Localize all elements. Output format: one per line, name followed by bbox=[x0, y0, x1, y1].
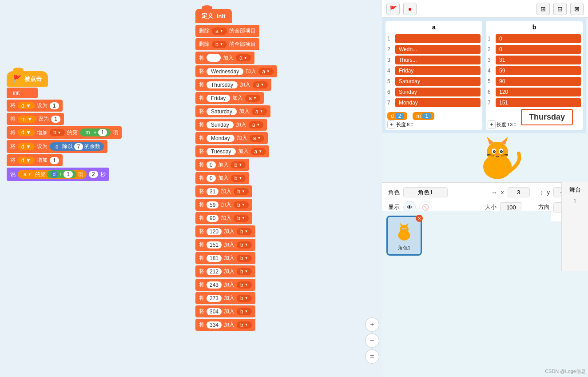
add-friday-block[interactable]: 将 Friday 加入 a bbox=[195, 92, 264, 104]
svg-point-11 bbox=[501, 151, 502, 152]
add-b-block[interactable]: 将 90 加入 b▼ bbox=[195, 212, 373, 224]
var-d-name: d bbox=[391, 113, 394, 119]
add-monday-block[interactable]: 将 Monday 加入 a bbox=[195, 132, 268, 144]
add-b-block[interactable]: 将 243 加入 b▼ bbox=[195, 279, 373, 291]
list-item: 2 Wedn... bbox=[385, 44, 482, 55]
val-tuesday: Tuesday bbox=[207, 148, 236, 155]
add-wednesday-block[interactable]: 将 Wednesday 加入 a bbox=[195, 65, 277, 77]
list-index: 5 bbox=[387, 78, 395, 84]
list-value: Monday bbox=[395, 98, 481, 107]
inc-d-block[interactable]: 将 d ▼ 增加 1 bbox=[7, 154, 63, 166]
x-value-input[interactable] bbox=[508, 187, 530, 197]
add-blank-a[interactable]: 将 加入 a bbox=[195, 52, 254, 64]
add-b-block[interactable]: 将 120 加入 b▼ bbox=[195, 225, 373, 237]
role-row: 角色 ↔ x ↕ y bbox=[388, 187, 576, 197]
add-tuesday-block[interactable]: 将 Tuesday 加入 a bbox=[195, 145, 269, 157]
sprite-delete-btn[interactable]: ✕ bbox=[416, 215, 423, 222]
list-item: 2 0 bbox=[486, 44, 583, 55]
add-b-block[interactable]: 将 31 加入 b▼ bbox=[195, 185, 373, 197]
x-icon: ↔ bbox=[491, 189, 497, 196]
var-d4: d bbox=[53, 143, 61, 150]
list-index: 2 bbox=[488, 46, 496, 52]
list-item: 6 Sunday bbox=[385, 87, 482, 97]
svg-point-8 bbox=[493, 150, 496, 153]
svg-point-25 bbox=[405, 228, 407, 229]
role-name-input[interactable] bbox=[403, 187, 448, 197]
delete-a-block[interactable]: 删除 a 的全部项目 bbox=[195, 25, 259, 37]
add-b-block[interactable]: 将 334 加入 b▼ bbox=[195, 319, 373, 331]
var-d5: d ▼ bbox=[18, 157, 35, 164]
list-b-header: b bbox=[486, 21, 583, 33]
list-index: 4 bbox=[488, 68, 496, 74]
var-m2: m bbox=[83, 129, 92, 136]
list-value: 31 bbox=[496, 56, 581, 64]
add-b-block[interactable]: 将 151 加入 b▼ bbox=[195, 239, 373, 251]
val-saturday: Saturday bbox=[207, 108, 237, 115]
zoom-in-btn[interactable]: + bbox=[365, 317, 379, 332]
list-a-items: 1 2 Wedn... 3 Thurs... 4 Friday 5 Saturd… bbox=[385, 33, 482, 119]
add-b-block[interactable]: 将 212 加入 b▼ bbox=[195, 265, 373, 277]
arr-a3: a bbox=[236, 54, 251, 61]
stage-label: 舞台 bbox=[564, 186, 586, 194]
cat-area bbox=[453, 124, 542, 191]
stage-panel: 舞台 1 bbox=[561, 182, 588, 271]
val-sunday: Sunday bbox=[207, 121, 234, 128]
say-block[interactable]: 说 a 的第 d + 1 项 2 秒 bbox=[7, 168, 109, 181]
list-value: 0 bbox=[496, 45, 581, 54]
zoom-out-btn[interactable]: − bbox=[365, 333, 379, 348]
x-label: x bbox=[501, 189, 504, 196]
when-flag-label: 被点击 bbox=[24, 75, 42, 83]
fit-btn[interactable]: = bbox=[365, 349, 379, 364]
add-index-block[interactable]: 将 d ▼ 增加 b 的第 m + 1 项 bbox=[7, 126, 122, 139]
add-thursday-block[interactable]: 将 Thursday 加入 a bbox=[195, 79, 271, 91]
list-index: 6 bbox=[488, 89, 496, 95]
green-flag[interactable]: 🚩 bbox=[386, 3, 400, 15]
var-d: d ▼ bbox=[18, 102, 35, 109]
layout-btn-1[interactable]: ⊞ bbox=[536, 3, 550, 15]
arr-a-del: a bbox=[212, 28, 227, 35]
set-m-block[interactable]: 将 m ▼ 设为 1 bbox=[7, 113, 64, 125]
arr-a7: a bbox=[252, 108, 267, 115]
var-m-name: m bbox=[416, 113, 421, 119]
list-value: Sunday bbox=[395, 88, 481, 96]
arr-a2: a bbox=[21, 171, 34, 178]
list-item: 3 Thurs... bbox=[385, 55, 482, 65]
arr-b: b bbox=[50, 129, 65, 136]
list-index: 7 bbox=[488, 100, 496, 106]
add-b-block[interactable]: 将 304 加入 b▼ bbox=[195, 305, 373, 317]
list-index: 2 bbox=[387, 46, 395, 52]
def-block[interactable]: 定义 init bbox=[195, 9, 232, 23]
when-flag-clicked-block[interactable]: 🚩 被点击 bbox=[7, 71, 48, 87]
add-b-block[interactable]: 将 59 加入 b▼ bbox=[195, 199, 373, 211]
add-saturday-block[interactable]: 将 Saturday 加入 a bbox=[195, 105, 270, 117]
delete-b-block[interactable]: 删除 b 的全部项目 bbox=[195, 38, 259, 50]
list-b-items: 1 0 2 0 3 31 4 59 5 90 6 120 bbox=[486, 33, 583, 119]
list-value: 0 bbox=[496, 34, 581, 43]
list-item: 3 31 bbox=[486, 55, 583, 65]
val-1e: 1 bbox=[64, 171, 73, 178]
sprite-item-1[interactable]: ✕ 角色1 bbox=[386, 216, 422, 256]
show-label: 显示 bbox=[388, 203, 400, 211]
sprites-row: ✕ 角色1 bbox=[382, 211, 551, 269]
add-sunday-block[interactable]: 将 Sunday 加入 a bbox=[195, 119, 267, 131]
cat-sprite bbox=[471, 131, 524, 184]
layout-btn-2[interactable]: ⊟ bbox=[553, 3, 567, 15]
add-b-block[interactable]: 将 273 加入 b▼ bbox=[195, 292, 373, 304]
mod-block[interactable]: 将 d ▼ 设为 d 除以 7 的余数 bbox=[7, 140, 107, 153]
stop-btn[interactable]: ● bbox=[403, 3, 417, 15]
list-value: Saturday bbox=[395, 77, 481, 86]
add-b-block[interactable]: 将 0 加入 b▼ bbox=[195, 159, 373, 171]
list-value: 90 bbox=[496, 77, 581, 86]
set-d-block[interactable]: 将 d ▼ 设为 1 bbox=[7, 100, 63, 112]
list-item: 1 bbox=[385, 33, 482, 44]
val-7: 7 bbox=[74, 143, 83, 150]
variables-row: d 2 m 1 bbox=[382, 109, 440, 123]
var-m-value: 1 bbox=[422, 113, 431, 119]
list-index: 6 bbox=[387, 89, 395, 95]
layout-btn-3[interactable]: ⊠ bbox=[570, 3, 584, 15]
add-b-block[interactable]: 将 181 加入 b▼ bbox=[195, 252, 373, 264]
list-item: 1 0 bbox=[486, 33, 583, 44]
svg-point-10 bbox=[494, 151, 495, 152]
add-b-block[interactable]: 将 0 加入 b▼ bbox=[195, 172, 373, 184]
arr-a8: a bbox=[249, 121, 264, 128]
